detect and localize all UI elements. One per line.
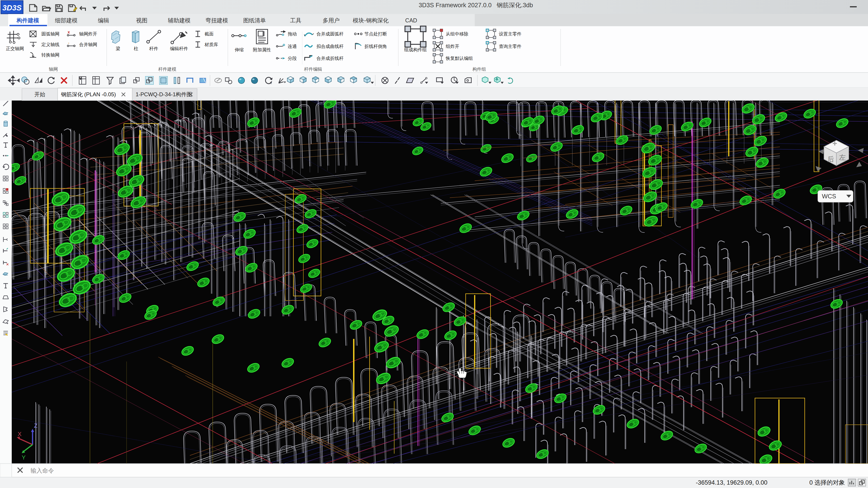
svg-text:节点处打断: 节点处打断 xyxy=(364,31,387,36)
svg-text:伸缩: 伸缩 xyxy=(235,47,244,52)
svg-text:杆件: 杆件 xyxy=(149,46,158,51)
svg-text:合并轴网: 合并轴网 xyxy=(79,42,97,47)
svg-text:轴网炸开: 轴网炸开 xyxy=(79,31,97,36)
svg-text:合并成折线杆: 合并成折线杆 xyxy=(316,56,344,61)
svg-text:1-PCWQ-D-34-1构件图: 1-PCWQ-D-34-1构件图 xyxy=(135,91,192,97)
svg-text:转换轴网: 转换轴网 xyxy=(41,53,59,57)
svg-text:R: R xyxy=(270,82,272,85)
svg-text:拟合成曲线杆: 拟合成曲线杆 xyxy=(316,44,344,49)
svg-text:截面: 截面 xyxy=(205,31,214,36)
svg-text:材质库: 材质库 xyxy=(204,42,218,47)
svg-text:工具: 工具 xyxy=(290,17,301,24)
svg-text:编辑杆件: 编辑杆件 xyxy=(170,46,188,51)
svg-text:3D3S Framework 2027.0.0 钢筋深化: 3D3S Framework 2027.0.0 钢筋深化.3db xyxy=(418,2,533,8)
svg-text:3D3S: 3D3S xyxy=(2,3,22,12)
svg-text:正交轴网: 正交轴网 xyxy=(6,46,24,51)
svg-text:附加属性: 附加属性 xyxy=(253,47,271,52)
svg-text:视图: 视图 xyxy=(136,17,147,24)
svg-text:辅助建模: 辅助建模 xyxy=(168,17,191,24)
svg-text:多用户: 多用户 xyxy=(323,17,340,24)
svg-text:查询主零件: 查询主零件 xyxy=(499,44,522,49)
svg-text:0 选择的对象: 0 选择的对象 xyxy=(809,479,845,486)
svg-text:WCS: WCS xyxy=(822,193,836,200)
svg-text:CAD: CAD xyxy=(405,17,417,24)
svg-text:弯扭建模: 弯扭建模 xyxy=(206,17,228,24)
svg-text:构件建模: 构件建模 xyxy=(16,17,39,24)
svg-text:构件组: 构件组 xyxy=(472,67,486,72)
svg-text:分段: 分段 xyxy=(288,56,297,61)
svg-text:开始: 开始 xyxy=(34,91,45,97)
svg-text:输入命令: 输入命令 xyxy=(31,467,54,474)
svg-text:合并成圆弧杆: 合并成圆弧杆 xyxy=(316,31,344,36)
svg-text:细部建模: 细部建模 xyxy=(55,17,78,24)
svg-text:Y: Y xyxy=(22,454,26,461)
svg-text:图纸清单: 图纸清单 xyxy=(243,17,266,24)
svg-text:钢筋深化 (PLAN -0.05): 钢筋深化 (PLAN -0.05) xyxy=(61,91,116,97)
svg-text:X: X xyxy=(18,431,22,437)
svg-text:圆弧轴网: 圆弧轴网 xyxy=(41,31,59,36)
svg-text:杆件编辑: 杆件编辑 xyxy=(304,67,322,72)
svg-text:-: - xyxy=(68,41,69,45)
svg-text:梁: 梁 xyxy=(116,46,120,51)
svg-text:拖动: 拖动 xyxy=(288,31,297,36)
svg-text:左: 左 xyxy=(839,154,846,161)
svg-text:组炸开: 组炸开 xyxy=(446,44,459,49)
svg-text:杆件建模: 杆件建模 xyxy=(158,67,176,72)
svg-text:柱: 柱 xyxy=(133,46,138,51)
svg-text:轴网: 轴网 xyxy=(49,67,58,72)
svg-text:后: 后 xyxy=(827,156,834,163)
svg-text:连通: 连通 xyxy=(288,44,297,49)
svg-text:编辑: 编辑 xyxy=(98,17,109,24)
svg-text:Z: Z xyxy=(34,422,37,429)
svg-text:恢复默认编组: 恢复默认编组 xyxy=(445,56,473,61)
svg-text:组成构件组: 组成构件组 xyxy=(404,47,427,52)
svg-text:模块-钢构深化: 模块-钢构深化 xyxy=(352,17,389,24)
svg-text:折线杆倒角: 折线杆倒角 xyxy=(364,44,387,49)
svg-text:-36594.13, 19629.09, 0.00: -36594.13, 19629.09, 0.00 xyxy=(696,479,767,486)
svg-text:定义轴线: 定义轴线 xyxy=(41,42,59,47)
svg-text:V: V xyxy=(80,77,82,80)
svg-text:设置主零件: 设置主零件 xyxy=(499,31,522,36)
svg-text:从组中移除: 从组中移除 xyxy=(446,31,468,36)
svg-text:x: x xyxy=(68,30,70,34)
